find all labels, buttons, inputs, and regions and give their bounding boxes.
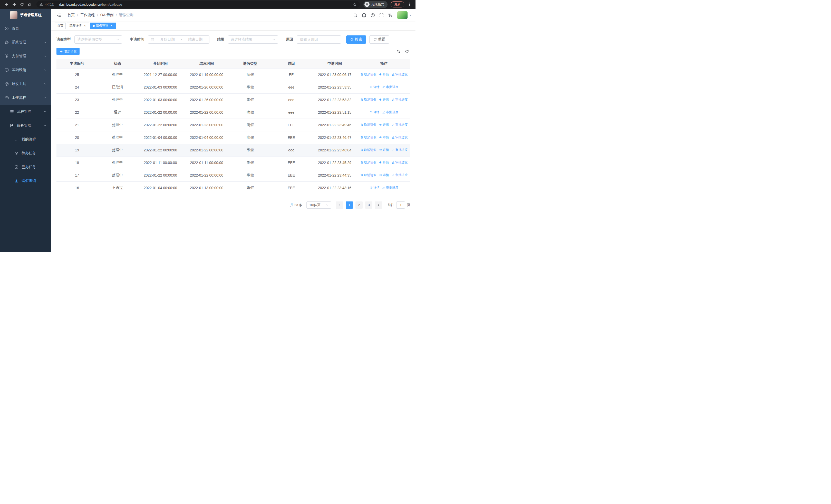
browser-menu-icon[interactable] [407, 2, 412, 6]
detail-action-button[interactable]: 详情 [379, 72, 389, 77]
sidebar-item[interactable]: 工作流程 [0, 91, 51, 105]
table-row: 16不通过2022-01-04 00:00:002022-01-13 00:00… [56, 181, 410, 194]
cell-id: 25 [56, 68, 97, 81]
address-bar[interactable]: 不安全 dashboard.yudao.iocoder.cn/bpm/oa/le… [36, 1, 360, 8]
action-label: 取消请假 [364, 173, 376, 177]
reason-input[interactable] [297, 35, 341, 43]
cell-status: 处理中 [97, 131, 137, 144]
detail-action-button[interactable]: 详情 [379, 135, 389, 140]
sidebar-item[interactable]: 待办任务 [0, 146, 51, 160]
browser-home-icon[interactable] [26, 1, 33, 8]
result-select[interactable]: 请选择流结果 [228, 35, 278, 43]
pagination-page-3[interactable]: 3 [365, 202, 372, 209]
font-size-icon[interactable] [388, 13, 393, 18]
progress-action-button[interactable]: 审批进度 [382, 185, 398, 190]
leave-type-select[interactable]: 请选择请假类型 [75, 35, 122, 43]
filter-reason: 原因 [286, 35, 341, 43]
cancel-action-button[interactable]: 取消请假 [360, 123, 376, 127]
detail-action-button[interactable]: 详情 [370, 110, 379, 114]
detail-action-button[interactable]: 详情 [379, 160, 389, 165]
browser-back-icon[interactable] [3, 1, 10, 8]
create-leave-button[interactable]: 发起请假 [56, 48, 80, 55]
cancel-action-button[interactable]: 取消请假 [360, 97, 376, 102]
fullscreen-icon[interactable] [379, 13, 384, 18]
breadcrumb-item[interactable]: 工作流程 [80, 13, 95, 18]
progress-action-button[interactable]: 审批进度 [382, 85, 398, 89]
sidebar-item[interactable]: 系统管理 [0, 35, 51, 49]
bookmark-star-icon[interactable] [353, 3, 357, 6]
table-search-toggle-icon[interactable] [397, 50, 400, 53]
progress-action-button[interactable]: 审批进度 [392, 123, 408, 127]
progress-action-button[interactable]: 审批进度 [382, 110, 398, 114]
action-label: 详情 [383, 135, 389, 140]
cell-end: 2022-01-26 00:00:00 [183, 81, 230, 93]
close-icon[interactable]: × [83, 24, 87, 28]
filter-result: 结果 请选择流结果 [217, 35, 278, 43]
table-refresh-icon[interactable] [405, 50, 409, 53]
browser-update-button[interactable]: 更新 [391, 1, 404, 7]
sidebar-item[interactable]: 流程管理 [0, 105, 51, 119]
reset-button[interactable]: 重置 [369, 35, 389, 43]
sidebar-item[interactable]: 任务管理 [0, 119, 51, 132]
cell-start: 2022-01-04 00:00:00 [137, 181, 183, 194]
sidebar-collapse-icon[interactable] [55, 13, 63, 18]
sidebar-item[interactable]: 支付管理 [0, 49, 51, 63]
breadcrumb-item[interactable]: 首页 [67, 13, 75, 18]
sidebar-item[interactable]: 已办任务 [0, 160, 51, 174]
chevron-down-icon [44, 41, 47, 44]
detail-action-button[interactable]: 详情 [379, 97, 389, 102]
apply-time-range-picker[interactable]: 开始日期 - 结束日期 [148, 35, 209, 43]
goto-page-input[interactable] [396, 202, 405, 209]
header-search-icon[interactable] [353, 13, 357, 18]
pagination-prev-button[interactable] [336, 202, 343, 209]
progress-action-button[interactable]: 审批进度 [392, 135, 408, 140]
sidebar-item[interactable]: 研发工具 [0, 77, 51, 91]
user-menu[interactable] [397, 11, 412, 19]
progress-action-button[interactable]: 审批进度 [392, 160, 408, 165]
cell-start: 2022-01-03 00:00:00 [137, 93, 183, 106]
detail-action-button[interactable]: 详情 [370, 185, 379, 190]
sidebar-item[interactable]: 基础设施 [0, 63, 51, 77]
cell-status: 不通过 [97, 181, 137, 194]
action-label: 审批进度 [396, 148, 408, 152]
sidebar-item[interactable]: 我的流程 [0, 132, 51, 146]
tag-tab[interactable]: 首页 [55, 23, 66, 29]
github-icon[interactable] [362, 13, 366, 18]
cell-actions: 取消请假详情审批进度 [357, 169, 410, 181]
sidebar-item[interactable]: 首页 [0, 22, 51, 35]
table-row: 25处理中2021-12-27 00:00:002022-01-19 00:00… [56, 68, 410, 81]
sidebar-item-label: 研发工具 [12, 82, 44, 86]
progress-action-button[interactable]: 审批进度 [392, 148, 408, 152]
page-size-select[interactable]: 10条/页 [307, 202, 331, 209]
pagination-next-button[interactable] [375, 202, 382, 209]
cancel-action-button[interactable]: 取消请假 [360, 135, 376, 140]
browser-reload-icon[interactable] [19, 1, 25, 8]
progress-action-button[interactable]: 审批进度 [392, 72, 408, 77]
breadcrumb-item[interactable]: OA 示例 [101, 13, 113, 18]
search-button[interactable]: 搜索 [346, 35, 366, 43]
browser-forward-icon[interactable] [11, 1, 18, 8]
cell-reason: EEE [271, 181, 312, 194]
cell-end: 2022-01-13 00:00:00 [183, 181, 230, 194]
tag-tab[interactable]: 流程详情× [67, 23, 89, 29]
security-warning[interactable]: 不安全 [39, 2, 54, 7]
cancel-action-button[interactable]: 取消请假 [360, 72, 376, 77]
sidebar-item[interactable]: 请假查询 [0, 174, 51, 188]
detail-action-button[interactable]: 详情 [379, 148, 389, 152]
detail-action-button[interactable]: 详情 [379, 123, 389, 127]
help-icon[interactable] [371, 13, 375, 18]
tag-tab[interactable]: 请假查询× [90, 23, 116, 29]
progress-action-button[interactable]: 审批进度 [392, 173, 408, 177]
app-logo[interactable]: 芋道管理系统 [0, 9, 51, 22]
pagination-page-1[interactable]: 1 [346, 202, 353, 209]
progress-action-button[interactable]: 审批进度 [392, 97, 408, 102]
cancel-action-button[interactable]: 取消请假 [360, 148, 376, 152]
close-icon[interactable]: × [110, 24, 113, 28]
detail-action-button[interactable]: 详情 [379, 173, 389, 177]
pagination-page-2[interactable]: 2 [355, 202, 363, 209]
cancel-action-button[interactable]: 取消请假 [360, 160, 376, 165]
action-label: 详情 [373, 185, 379, 190]
detail-action-button[interactable]: 详情 [370, 85, 379, 89]
cell-reason: eee [271, 106, 312, 119]
cancel-action-button[interactable]: 取消请假 [360, 173, 376, 177]
